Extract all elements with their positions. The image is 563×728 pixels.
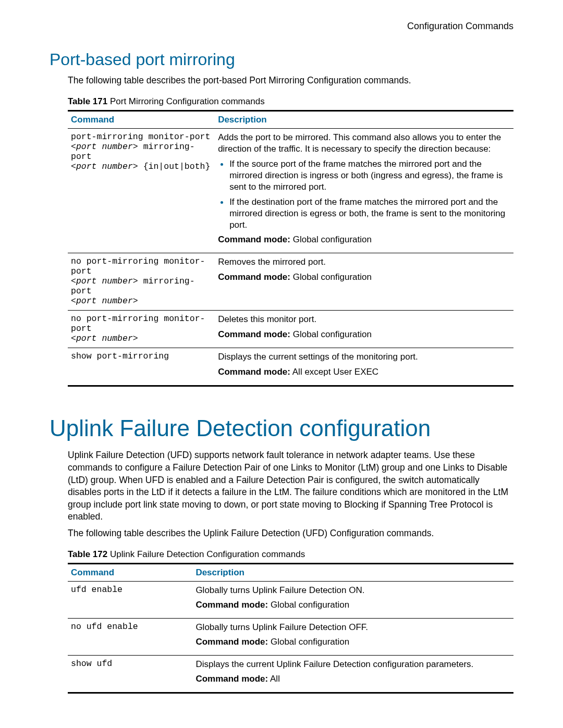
table-row: no port-mirroring monitor-port <port num…: [68, 311, 513, 348]
description-cell: Adds the port to be mirrored. This comma…: [215, 128, 513, 253]
table-row: port-mirroring monitor-port <port number…: [68, 128, 513, 253]
table-caption-text: Uplink Failure Detection Configuration c…: [107, 549, 305, 559]
command-cell: no port-mirroring monitor-port <port num…: [68, 311, 215, 348]
command-mode: Command mode: Global configuration: [218, 234, 510, 245]
table-caption-text: Port Mirroring Configuration commands: [107, 96, 264, 106]
description-cell: Removes the mirrored port. Command mode:…: [215, 253, 513, 311]
column-header-description: Description: [215, 110, 513, 128]
column-header-description: Description: [192, 563, 513, 581]
bullet-item: If the destination port of the frame mat…: [229, 196, 510, 231]
description-text: Displays the current settings of the mon…: [218, 351, 510, 363]
ufd-paragraph-2: The following table describes the Uplink…: [68, 527, 513, 540]
column-header-command: Command: [68, 110, 215, 128]
document-page: Configuration Commands Port-based port m…: [0, 0, 563, 728]
ufd-paragraph-1: Uplink Failure Detection (UFD) supports …: [68, 449, 513, 523]
description-cell: Displays the current settings of the mon…: [215, 348, 513, 386]
command-mode: Command mode: Global configuration: [195, 636, 510, 648]
command-cell: no port-mirroring monitor-port <port num…: [68, 253, 215, 311]
command-mode: Command mode: Global configuration: [195, 599, 510, 611]
column-header-command: Command: [68, 563, 192, 581]
table-row: ufd enable Globally turns Uplink Failure…: [68, 581, 513, 618]
chapter-heading-ufd: Uplink Failure Detection configuration: [50, 415, 513, 442]
table-caption-171: Table 171 Port Mirroring Configuration c…: [68, 96, 513, 107]
page-header: Configuration Commands: [50, 21, 513, 32]
description-text: Globally turns Uplink Failure Detection …: [195, 622, 510, 633]
command-mode: Command mode: Global configuration: [218, 272, 510, 283]
description-text: Deletes this monitor port.: [218, 314, 510, 325]
command-cell: port-mirroring monitor-port <port number…: [68, 128, 215, 253]
ufd-table: Command Description ufd enable Globally …: [68, 563, 513, 694]
command-cell: show port-mirroring: [68, 348, 215, 386]
table-caption-172: Table 172 Uplink Failure Detection Confi…: [68, 549, 513, 560]
table-row: show ufd Displays the current Uplink Fai…: [68, 656, 513, 693]
command-mode: Command mode: All: [195, 673, 510, 685]
command-mode: Command mode: All except User EXEC: [218, 366, 510, 378]
table-row: no port-mirroring monitor-port <port num…: [68, 253, 513, 311]
table-row: no ufd enable Globally turns Uplink Fail…: [68, 618, 513, 655]
table-label: Table 172: [68, 549, 107, 559]
description-cell: Displays the current Uplink Failure Dete…: [192, 656, 513, 693]
table-row: show port-mirroring Displays the current…: [68, 348, 513, 386]
intro-paragraph: The following table describes the port-b…: [68, 75, 513, 87]
command-cell: no ufd enable: [68, 618, 192, 655]
description-text: Globally turns Uplink Failure Detection …: [195, 585, 510, 596]
command-mode: Command mode: Global configuration: [218, 329, 510, 340]
command-cell: ufd enable: [68, 581, 192, 618]
description-cell: Globally turns Uplink Failure Detection …: [192, 581, 513, 618]
description-text: Removes the mirrored port.: [218, 256, 510, 268]
table-label: Table 171: [68, 96, 107, 106]
bullet-item: If the source port of the frame matches …: [229, 158, 510, 193]
description-text: Displays the current Uplink Failure Dete…: [195, 659, 510, 670]
description-text: Adds the port to be mirrored. This comma…: [218, 132, 510, 155]
description-cell: Deletes this monitor port. Command mode:…: [215, 311, 513, 348]
section-heading-port-mirroring: Port-based port mirroring: [50, 50, 513, 69]
description-cell: Globally turns Uplink Failure Detection …: [192, 618, 513, 655]
command-cell: show ufd: [68, 656, 192, 693]
port-mirroring-table: Command Description port-mirroring monit…: [68, 110, 513, 387]
